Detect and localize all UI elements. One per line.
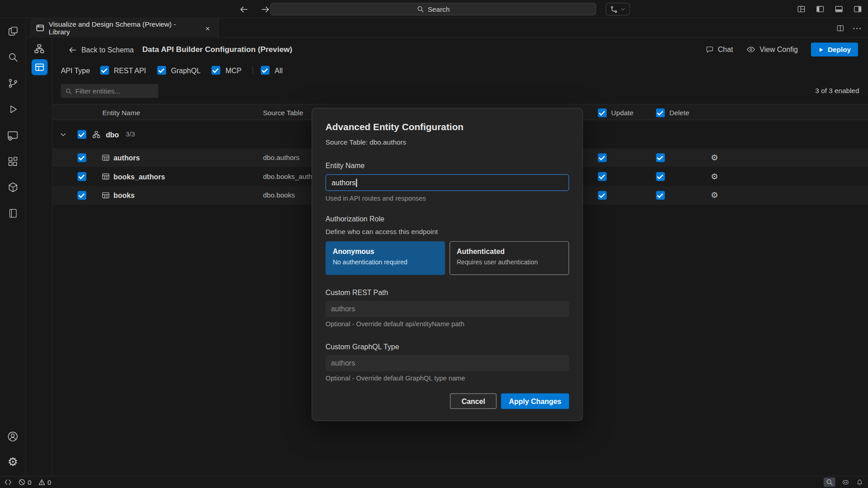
update-checkbox[interactable] <box>598 186 607 205</box>
search-placeholder: Search <box>428 5 450 13</box>
notifications-bell-icon[interactable] <box>856 479 863 486</box>
dialog-source-table: Source Table: dbo.authors <box>326 138 569 146</box>
chevron-down-icon[interactable] <box>60 125 66 144</box>
cancel-button[interactable]: Cancel <box>450 394 497 409</box>
activity-bar: ⚙ <box>0 18 26 476</box>
update-select-all-checkbox[interactable] <box>598 108 607 117</box>
table-icon <box>102 167 109 186</box>
more-actions-icon[interactable]: ⋯ <box>853 23 862 33</box>
filter-rest-api[interactable]: REST API <box>100 66 146 75</box>
back-to-schema-button[interactable]: Back to Schema <box>69 46 134 54</box>
activity-database-icon[interactable] <box>0 174 25 201</box>
api-type-filter-row: API Type REST API GraphQL MCP All <box>61 65 294 75</box>
apply-changes-button[interactable]: Apply Changes <box>501 394 569 409</box>
copilot-icon[interactable] <box>841 478 849 486</box>
tab-label: Visualize and Design Schema (Preview) - … <box>49 20 198 36</box>
custom-rest-path-input[interactable] <box>326 301 569 317</box>
toggle-primary-sidebar-icon[interactable] <box>814 3 826 15</box>
magnifier-icon <box>826 479 833 486</box>
play-icon <box>818 47 824 52</box>
activity-search-icon[interactable] <box>0 44 25 70</box>
entity-name-hint: Used in API routes and responses <box>326 195 569 202</box>
activity-settings-gear-icon[interactable]: ⚙ <box>0 449 25 475</box>
row-checkbox[interactable] <box>77 186 86 205</box>
history-forward-button[interactable] <box>259 3 271 15</box>
header-actions: Chat View Config Deploy <box>705 42 858 56</box>
advanced-entity-configuration-dialog: Advanced Entity Configuration Source Tab… <box>311 108 583 421</box>
activity-notebook-icon[interactable] <box>0 200 25 226</box>
view-config-button[interactable]: View Config <box>746 45 798 54</box>
entity-name-input[interactable]: authors <box>326 174 569 191</box>
problems-errors[interactable]: 0 <box>18 479 31 486</box>
update-checkbox[interactable] <box>598 148 607 167</box>
group-name: dbo <box>106 125 119 144</box>
entity-name-label: Entity Name <box>326 162 569 170</box>
custom-graphql-type-hint: Optional - Override default GraphQL type… <box>326 375 569 382</box>
titlebar-layout-controls <box>795 0 863 18</box>
activity-extensions-icon[interactable] <box>0 148 25 174</box>
activity-account-icon[interactable] <box>0 423 25 450</box>
row-checkbox[interactable] <box>77 167 86 186</box>
tab-close-icon[interactable]: × <box>203 23 212 33</box>
row-settings-gear-icon[interactable]: ⚙ <box>711 186 718 205</box>
tab-visualize-design-schema[interactable]: Visualize and Design Schema (Preview) - … <box>30 18 218 38</box>
filter-divider <box>253 66 253 74</box>
statusbar-right <box>824 478 863 487</box>
header-source-table: Source Table <box>263 104 303 121</box>
filter-mcp[interactable]: MCP <box>212 66 241 75</box>
authorization-options: Anonymous No authentication required Aut… <box>326 241 569 275</box>
customize-layout-icon[interactable] <box>795 3 807 15</box>
header-entity-name: Entity Name <box>103 104 140 121</box>
custom-rest-path-label: Custom REST Path <box>326 288 569 296</box>
entity-name-value: authors <box>331 178 355 187</box>
activity-remote-explorer-icon[interactable] <box>0 122 25 149</box>
deploy-button[interactable]: Deploy <box>811 42 858 56</box>
sidebar-item-schema-designer[interactable] <box>26 39 53 58</box>
activity-source-control-icon[interactable] <box>0 70 25 97</box>
sidebar-item-data-api-builder[interactable] <box>26 57 53 76</box>
history-nav <box>238 0 271 18</box>
command-search-box[interactable]: Search <box>270 3 596 15</box>
zoom-status-item[interactable] <box>824 478 835 487</box>
all-checkbox[interactable] <box>261 66 270 75</box>
problems-warnings[interactable]: 0 <box>38 479 51 486</box>
custom-graphql-type-input[interactable] <box>326 355 569 371</box>
secondary-activity-bar <box>26 38 53 476</box>
mcp-checkbox[interactable] <box>212 66 221 75</box>
history-back-button[interactable] <box>238 3 250 15</box>
filter-all[interactable]: All <box>261 66 283 75</box>
authorization-role-hint: Define who can access this endpoint <box>326 228 569 235</box>
rest-api-checkbox[interactable] <box>100 66 109 75</box>
delete-checkbox[interactable] <box>656 186 665 205</box>
vscode-window: Search <box>0 0 868 488</box>
activity-explorer-icon[interactable] <box>0 18 25 44</box>
row-settings-gear-icon[interactable]: ⚙ <box>711 148 718 167</box>
toggle-secondary-sidebar-icon[interactable] <box>851 3 863 15</box>
update-checkbox[interactable] <box>598 167 607 186</box>
group-checkbox[interactable] <box>77 125 86 144</box>
delete-checkbox[interactable] <box>656 167 665 186</box>
filter-graphql[interactable]: GraphQL <box>157 66 201 75</box>
remote-indicator-icon[interactable] <box>5 479 12 486</box>
api-type-label: API Type <box>61 66 90 74</box>
authorization-role-label: Authorization Role <box>326 215 569 223</box>
session-picker-button[interactable] <box>606 3 630 15</box>
chat-button[interactable]: Chat <box>705 45 733 54</box>
enabled-summary: 3 of 3 enabled <box>815 87 859 94</box>
schema-hierarchy-icon <box>92 125 100 144</box>
dialog-actions: Cancel Apply Changes <box>326 394 569 409</box>
warning-icon <box>38 479 45 486</box>
entity-filter-box[interactable] <box>61 84 159 98</box>
row-settings-gear-icon[interactable]: ⚙ <box>711 167 718 186</box>
row-checkbox[interactable] <box>77 148 86 167</box>
search-icon <box>65 88 72 94</box>
delete-select-all-checkbox[interactable] <box>656 108 665 117</box>
toggle-panel-icon[interactable] <box>833 3 845 15</box>
activity-run-debug-icon[interactable] <box>0 96 25 122</box>
delete-checkbox[interactable] <box>656 148 665 167</box>
split-editor-icon[interactable] <box>836 23 845 33</box>
auth-option-authenticated[interactable]: Authenticated Requires user authenticati… <box>449 241 569 275</box>
entity-filter-input[interactable] <box>75 87 147 95</box>
graphql-checkbox[interactable] <box>157 66 166 75</box>
auth-option-anonymous[interactable]: Anonymous No authentication required <box>326 241 445 275</box>
